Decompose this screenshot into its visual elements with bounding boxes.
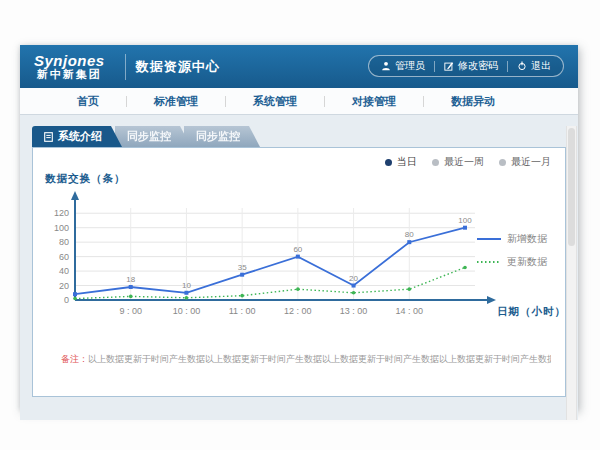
footnote-text: 以上数据更新于时间产生数据以上数据更新于时间产生数据以上数据更新于时间产生数据以…: [88, 354, 551, 364]
footnote: 备注：以上数据更新于时间产生数据以上数据更新于时间产生数据以上数据更新于时间产生…: [61, 353, 551, 366]
edit-icon: [444, 61, 454, 71]
range-option-label: 当日: [397, 155, 417, 169]
nav-item-home[interactable]: 首页: [50, 94, 126, 109]
data-point: [185, 296, 189, 300]
x-tick-label: 14 : 00: [396, 306, 424, 316]
y-tick-label: 120: [54, 208, 69, 218]
chart-legend: 新增数据更新数据: [477, 232, 557, 269]
data-point-label: 80: [405, 230, 414, 239]
data-point-label: 18: [126, 275, 135, 284]
x-tick-label: 12 : 00: [284, 306, 312, 316]
footnote-label: 备注：: [61, 354, 88, 364]
user-icon: [381, 61, 391, 71]
radio-icon: [432, 159, 439, 166]
data-point: [129, 295, 133, 299]
change-password-label: 修改密码: [458, 59, 498, 73]
data-point: [240, 273, 244, 277]
data-point-label: 60: [293, 245, 302, 254]
nav-item-standards[interactable]: 标准管理: [127, 94, 225, 109]
user-name: 管理员: [395, 59, 425, 73]
pill-divider: [434, 61, 435, 72]
data-point: [407, 287, 411, 291]
data-point: [296, 287, 300, 291]
data-point: [129, 285, 133, 289]
legend-line-sample: [477, 259, 501, 265]
data-point: [352, 284, 356, 288]
x-tick-label: 10 : 00: [173, 306, 201, 316]
legend-item: 更新数据: [477, 255, 557, 269]
data-point-label: 20: [349, 274, 358, 283]
y-tick-label: 60: [59, 252, 69, 262]
app-header: Synjones 新中新集团 数据资源中心 管理员: [20, 45, 578, 88]
range-filter: 当日最近一周最近一月: [385, 155, 551, 169]
tab-bar: 系统介绍同步监控同步监控: [32, 126, 578, 147]
range-option-last-week[interactable]: 最近一周: [432, 155, 484, 169]
y-axis-title: 数据交换（条）: [45, 172, 126, 186]
range-option-today[interactable]: 当日: [385, 155, 417, 169]
header-divider: [125, 54, 126, 80]
y-tick-label: 100: [54, 223, 69, 233]
y-tick-label: 20: [59, 281, 69, 291]
data-point: [73, 297, 77, 301]
radio-icon: [499, 159, 506, 166]
app-window: Synjones 新中新集团 数据资源中心 管理员: [20, 45, 578, 410]
legend-item: 新增数据: [477, 232, 557, 246]
content-area: 系统介绍同步监控同步监控 当日最近一周最近一月 数据交换（条） 02040608…: [20, 126, 578, 420]
x-tick-label: 9 : 00: [119, 306, 142, 316]
power-icon: [517, 61, 527, 71]
data-point: [463, 266, 467, 270]
y-tick-label: 40: [59, 266, 69, 276]
x-axis-arrow-icon: [487, 296, 496, 304]
data-point: [296, 255, 300, 259]
legend-line-sample: [477, 236, 501, 242]
nav-item-system[interactable]: 系统管理: [226, 94, 324, 109]
logo-wordmark: Synjones: [34, 53, 105, 69]
data-point: [73, 292, 77, 296]
tab-label: 同步监控: [196, 126, 240, 147]
tab-sync-monitor-1[interactable]: 同步监控: [115, 126, 191, 147]
scrollbar-thumb[interactable]: [568, 128, 575, 246]
data-point-label: 10: [182, 281, 191, 290]
radio-selected-icon: [385, 159, 392, 166]
logout-button[interactable]: 退出: [517, 59, 551, 73]
nav-item-integration[interactable]: 对接管理: [325, 94, 423, 109]
data-point: [463, 226, 467, 230]
screenshot-stage: Synjones 新中新集团 数据资源中心 管理员: [0, 0, 600, 450]
data-point: [407, 240, 411, 244]
data-point: [184, 291, 188, 295]
data-point-label: 100: [458, 216, 472, 225]
tab-system-intro[interactable]: 系统介绍: [32, 126, 122, 147]
tab-sync-monitor-2[interactable]: 同步监控: [184, 126, 260, 147]
x-axis-title: 日期（小时）: [497, 305, 566, 318]
document-icon: [44, 132, 53, 142]
range-option-last-month[interactable]: 最近一月: [499, 155, 551, 169]
page-title: 数据资源中心: [136, 58, 220, 76]
main-nav: 首页标准管理系统管理对接管理数据异动: [20, 88, 578, 115]
chart-panel: 当日最近一周最近一月 数据交换（条） 0204060801001209 : 00…: [32, 147, 566, 397]
pill-divider: [507, 61, 508, 72]
legend-label: 新增数据: [507, 232, 547, 246]
data-point-label: 35: [238, 263, 247, 272]
user-menu-button[interactable]: 管理员: [381, 59, 425, 73]
tab-label: 系统介绍: [58, 126, 102, 147]
logo-company-name: 新中新集团: [34, 69, 105, 81]
range-option-label: 最近一周: [444, 155, 484, 169]
logout-label: 退出: [531, 59, 551, 73]
logo: Synjones 新中新集团: [34, 53, 105, 80]
data-point: [352, 291, 356, 295]
range-option-label: 最近一月: [511, 155, 551, 169]
scrollbar[interactable]: [566, 126, 577, 420]
y-tick-label: 0: [64, 295, 69, 305]
nav-item-data-changes[interactable]: 数据异动: [424, 94, 522, 109]
user-pill: 管理员 修改密码 退出: [368, 55, 564, 77]
legend-label: 更新数据: [507, 255, 547, 269]
change-password-button[interactable]: 修改密码: [444, 59, 498, 73]
tab-label: 同步监控: [127, 126, 171, 147]
x-tick-label: 13 : 00: [340, 306, 368, 316]
x-tick-label: 11 : 00: [229, 306, 256, 316]
y-tick-label: 80: [59, 237, 69, 247]
data-point: [240, 294, 244, 298]
y-axis-arrow-icon: [71, 191, 79, 200]
